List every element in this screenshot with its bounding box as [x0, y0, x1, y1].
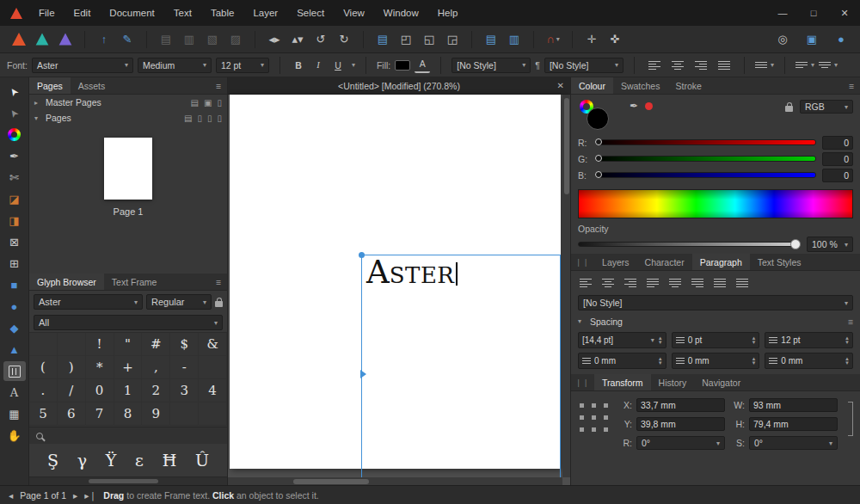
- transform-origin-button[interactable]: ✛: [581, 29, 602, 50]
- page-thumbnail[interactable]: [104, 138, 152, 200]
- frame-text[interactable]: ASTER: [366, 255, 458, 298]
- glyph-cell[interactable]: !: [86, 333, 114, 356]
- menu-item[interactable]: Select: [287, 0, 334, 26]
- glyph-cell[interactable]: ,: [142, 356, 170, 379]
- fill-tool[interactable]: ◪: [3, 189, 26, 209]
- italic-button[interactable]: I: [310, 58, 326, 73]
- preview-mode-button[interactable]: ▤: [481, 29, 501, 50]
- recent-glyph[interactable]: γ: [77, 451, 87, 470]
- h-field[interactable]: 79,4 mm: [749, 417, 838, 431]
- left-indent-stepper[interactable]: 0 mm▲▼: [578, 353, 666, 369]
- rotate-cw-button[interactable]: ↻: [334, 29, 354, 50]
- glyph-cell[interactable]: &: [199, 333, 227, 356]
- glyph-cell[interactable]: [29, 333, 58, 356]
- colour-selector[interactable]: [578, 100, 623, 134]
- vector-crop-tool[interactable]: ⊞: [3, 254, 26, 274]
- space-before-stepper[interactable]: 0 pt▲▼: [672, 332, 760, 348]
- red-value-field[interactable]: 0: [822, 136, 853, 150]
- justify-center-icon[interactable]: [669, 279, 681, 287]
- glyph-cell[interactable]: 7: [86, 403, 114, 426]
- snapping-option-1-button[interactable]: ▤: [156, 29, 176, 50]
- blue-value-field[interactable]: 0: [822, 169, 853, 182]
- justify-left-icon[interactable]: [647, 279, 659, 287]
- align-right-icon[interactable]: [624, 279, 636, 287]
- space-after-stepper[interactable]: 12 pt▲▼: [765, 332, 853, 348]
- glyph-cell[interactable]: *: [86, 356, 114, 379]
- glyph-cell[interactable]: 2: [142, 379, 170, 403]
- spacing-options-icon[interactable]: ≡: [848, 317, 853, 327]
- rotation-field[interactable]: 0°▾: [636, 436, 725, 450]
- panel-menu-icon[interactable]: ≡: [843, 77, 860, 94]
- picked-colour-dot[interactable]: [645, 102, 653, 110]
- scrollbar-thumb[interactable]: [89, 479, 158, 483]
- snapping-option-4-button[interactable]: ▨: [225, 29, 246, 50]
- object-cube-button[interactable]: ▣: [802, 29, 822, 50]
- colour-spectrum[interactable]: [578, 189, 853, 218]
- slider-knob[interactable]: [595, 138, 602, 145]
- zoom-tool-button[interactable]: ◎: [772, 29, 793, 50]
- glyph-hscrollbar[interactable]: [29, 476, 227, 485]
- w-field[interactable]: 93 mm: [749, 398, 838, 412]
- blue-slider[interactable]: [595, 172, 816, 178]
- tab-stroke[interactable]: Stroke: [667, 77, 709, 94]
- glyph-cell[interactable]: +: [114, 356, 143, 379]
- frame-handle-top-left[interactable]: [359, 252, 365, 258]
- menu-item[interactable]: Layer: [243, 0, 287, 26]
- rotate-ccw-button[interactable]: ↺: [310, 29, 331, 50]
- align-left-button[interactable]: [645, 57, 664, 74]
- enable-transform-origin-button[interactable]: ✜: [605, 29, 625, 50]
- glyph-cell[interactable]: [199, 356, 227, 379]
- add-page-icon[interactable]: ▯: [197, 114, 202, 123]
- master-pages-row[interactable]: ▸ Master Pages ▤ ▣ ▯: [29, 95, 227, 110]
- x-field[interactable]: 33,7 mm: [636, 398, 725, 412]
- menu-item[interactable]: View: [334, 0, 374, 26]
- canvas-viewport[interactable]: ASTER: [228, 95, 570, 485]
- tab-pages[interactable]: Pages: [29, 77, 71, 94]
- delete-master-icon[interactable]: ▯: [217, 98, 222, 108]
- frame-text-tool[interactable]: [3, 361, 26, 381]
- paragraph-style-select[interactable]: [No Style]▾: [544, 58, 624, 73]
- eyedropper-icon[interactable]: ✒: [630, 100, 638, 112]
- current-colour-swatch[interactable]: [587, 108, 609, 130]
- bold-button[interactable]: B: [291, 58, 306, 73]
- leading-button[interactable]: ▾: [755, 57, 774, 74]
- glyph-cell[interactable]: $: [170, 333, 199, 356]
- glyph-cell[interactable]: 3: [170, 379, 199, 403]
- panel-menu-icon[interactable]: ≡: [210, 77, 227, 94]
- menu-item[interactable]: Document: [100, 0, 163, 26]
- transparency-tool[interactable]: ◨: [3, 211, 26, 230]
- tab-text-styles[interactable]: Text Styles: [750, 254, 809, 270]
- panel-menu-icon[interactable]: ≡: [210, 274, 227, 290]
- stepper-arrows-icon[interactable]: ▲▼: [845, 336, 850, 345]
- close-button[interactable]: ✕: [829, 0, 860, 26]
- tab-history[interactable]: History: [651, 374, 695, 390]
- stepper-arrows-icon[interactable]: ▲▼: [751, 357, 756, 366]
- menu-item[interactable]: Table: [201, 0, 244, 26]
- glyph-cell[interactable]: .: [29, 379, 58, 403]
- justify-right-icon[interactable]: [691, 279, 703, 287]
- insert-inside-button[interactable]: ▤: [372, 29, 393, 50]
- next-page-icon[interactable]: ▸: [73, 490, 77, 501]
- opacity-value-select[interactable]: 100 %▾: [807, 237, 853, 252]
- justify-all-icon[interactable]: [714, 279, 726, 287]
- duplicate-page-icon[interactable]: ▯: [207, 114, 212, 123]
- glyph-cell[interactable]: ): [58, 356, 86, 379]
- underline-button[interactable]: U: [330, 58, 346, 73]
- spacing-header[interactable]: ▾ Spacing ≡: [578, 315, 853, 328]
- last-page-icon[interactable]: ▸❘: [84, 490, 96, 501]
- add-master-icon[interactable]: ▤: [191, 98, 199, 108]
- split-view-button[interactable]: ▥: [504, 29, 525, 50]
- node-tool[interactable]: ➤: [3, 103, 26, 123]
- force-justify-icon[interactable]: [736, 279, 748, 287]
- triangle-tool[interactable]: ▲: [3, 340, 26, 360]
- place-button[interactable]: ↑: [94, 29, 114, 50]
- tab-glyph-browser[interactable]: Glyph Browser: [29, 274, 104, 290]
- tab-swatches[interactable]: Swatches: [613, 77, 668, 94]
- minimize-button[interactable]: —: [767, 0, 798, 26]
- glyph-cell[interactable]: #: [142, 333, 170, 356]
- glyph-cell[interactable]: 5: [29, 403, 58, 426]
- menu-item[interactable]: Text: [164, 0, 201, 26]
- snapping-option-3-button[interactable]: ▧: [202, 29, 223, 50]
- font-size-select[interactable]: 12 pt▾: [216, 58, 269, 73]
- glyph-cell[interactable]: [199, 403, 227, 426]
